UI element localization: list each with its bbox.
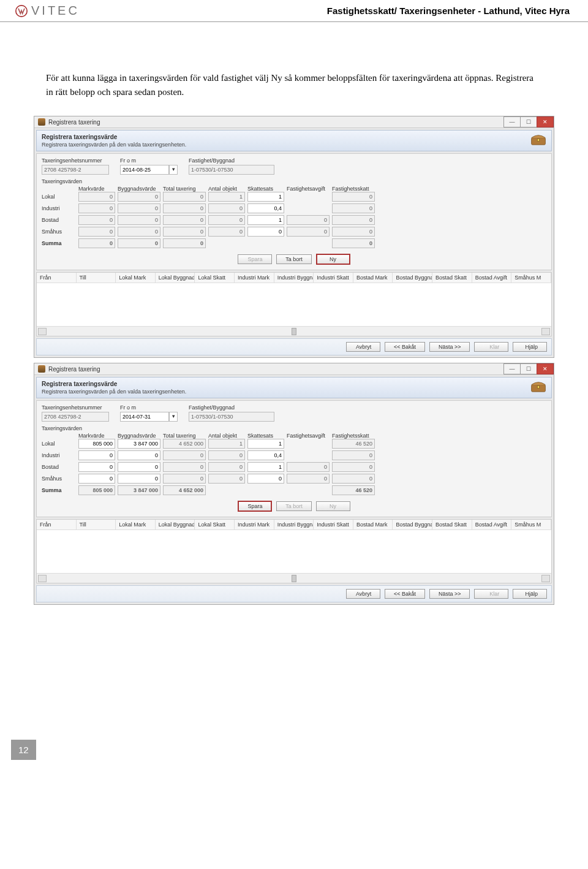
field-fast[interactable] [189, 165, 274, 175]
scrollbar[interactable] [37, 326, 551, 336]
bakåt-button[interactable]: << Bakåt [385, 589, 425, 599]
byggnadsvarde-field[interactable] [118, 462, 160, 472]
skattesats-field[interactable] [247, 450, 284, 460]
table-column-header[interactable]: Till [77, 273, 116, 283]
scroll-left-icon[interactable] [38, 575, 47, 582]
skattesats-field[interactable] [247, 215, 284, 225]
tabort-button[interactable]: Ta bort [276, 254, 312, 264]
byggnadsvarde-field[interactable] [118, 485, 160, 495]
spara-button[interactable]: Spara [238, 501, 272, 512]
value-grid: Lokal Industri Bostad [42, 192, 546, 248]
maximize-button[interactable]: ☐ [520, 116, 537, 127]
table-column-header[interactable]: Lokal Skatt [195, 520, 235, 529]
skattesats-field[interactable] [247, 227, 284, 237]
skattesats-field[interactable] [247, 192, 284, 202]
markvarde-field[interactable] [78, 462, 115, 472]
table-column-header[interactable]: Lokal Mark [116, 520, 156, 529]
markvarde-field[interactable] [78, 439, 115, 449]
row-label: Bostad [42, 464, 76, 470]
table-column-header[interactable]: Bostad Byggnad [393, 520, 432, 529]
nasta-button[interactable]: Nästa >> [429, 589, 470, 599]
table-column-header[interactable]: Bostad Avgift [472, 520, 512, 529]
scroll-thumb[interactable] [292, 575, 296, 582]
table-column-header[interactable]: Till [77, 520, 116, 529]
markvarde-field[interactable] [78, 450, 115, 460]
klar-button[interactable]: Klar [474, 342, 508, 352]
avbryt-button[interactable]: Avbryt [346, 589, 380, 599]
ny-button[interactable]: Ny [316, 254, 350, 265]
markvarde-field[interactable] [78, 485, 115, 495]
table-column-header[interactable]: Lokal Skatt [195, 273, 235, 283]
table-column-header[interactable]: Småhus M [511, 520, 551, 529]
table-column-header[interactable]: Från [37, 273, 77, 283]
close-button[interactable]: ✕ [537, 363, 554, 374]
ny-button[interactable]: Ny [316, 501, 350, 511]
table-column-header[interactable]: Industri Mark [235, 520, 274, 529]
byggnadsvarde-field[interactable] [118, 227, 160, 237]
table-column-header[interactable]: Industri Byggnad [274, 520, 314, 529]
table-column-header[interactable]: Industri Mark [235, 273, 274, 283]
scroll-right-icon[interactable] [541, 328, 550, 335]
scroll-left-icon[interactable] [38, 328, 47, 335]
skattesats-field[interactable] [247, 439, 284, 449]
bakåt-button[interactable]: << Bakåt [385, 342, 425, 352]
table-column-header[interactable]: Industri Skatt [314, 273, 353, 283]
table-column-header[interactable]: Lokal Mark [116, 273, 156, 283]
field-from[interactable] [120, 165, 169, 175]
field-fast[interactable] [189, 412, 274, 422]
skatt-field [332, 238, 375, 248]
byggnadsvarde-field[interactable] [118, 450, 160, 460]
klar-button[interactable]: Klar [474, 589, 508, 599]
byggnadsvarde-field[interactable] [118, 192, 160, 202]
scroll-thumb[interactable] [292, 328, 296, 335]
table-column-header[interactable]: Industri Byggnad [274, 273, 314, 283]
markvarde-field[interactable] [78, 238, 115, 248]
table-column-header[interactable]: Bostad Mark [353, 520, 393, 529]
byggnadsvarde-field[interactable] [118, 238, 160, 248]
byggnadsvarde-field[interactable] [118, 215, 160, 225]
minimize-button[interactable]: — [503, 363, 521, 374]
date-dropdown-icon[interactable]: ▾ [169, 412, 178, 422]
hjalp-button[interactable]: Hjälp [513, 589, 547, 599]
table-column-header[interactable]: Bostad Skatt [432, 520, 472, 529]
nasta-button[interactable]: Nästa >> [429, 342, 470, 352]
table-column-header[interactable]: Lokal Byggnad [156, 273, 195, 283]
byggnadsvarde-field[interactable] [118, 474, 160, 484]
skattesats-field[interactable] [247, 462, 284, 472]
markvarde-field[interactable] [78, 474, 115, 484]
spara-button[interactable]: Spara [238, 254, 272, 264]
intro-paragraph: För att kunna lägga in taxeringsvärden f… [0, 22, 588, 111]
hjalp-button[interactable]: Hjälp [513, 342, 547, 352]
table-column-header[interactable]: Från [37, 520, 77, 529]
byggnadsvarde-field[interactable] [118, 439, 160, 449]
markvarde-field[interactable] [78, 203, 115, 213]
skattesats-field[interactable] [247, 203, 284, 213]
table-column-header[interactable]: Industri Skatt [314, 520, 353, 529]
close-button[interactable]: ✕ [537, 116, 554, 127]
table-column-header[interactable]: Bostad Byggnad [393, 273, 432, 283]
date-dropdown-icon[interactable]: ▾ [169, 165, 178, 175]
byggnadsvarde-field[interactable] [118, 203, 160, 213]
tabort-button[interactable]: Ta bort [276, 501, 312, 511]
table-column-header[interactable]: Bostad Mark [353, 273, 393, 283]
markvarde-field[interactable] [78, 227, 115, 237]
scrollbar[interactable] [37, 573, 551, 583]
skatt-field [332, 215, 375, 225]
logo-text: VITEC [31, 4, 80, 18]
skattesats-field[interactable] [247, 474, 284, 484]
field-taxno[interactable] [42, 165, 109, 175]
panel-subtitle: Registrera taxeringsvärden på den valda … [42, 389, 186, 395]
markvarde-field[interactable] [78, 215, 115, 225]
table-column-header[interactable]: Lokal Byggnad [156, 520, 195, 529]
scroll-right-icon[interactable] [541, 575, 550, 582]
minimize-button[interactable]: — [503, 116, 521, 127]
maximize-button[interactable]: ☐ [520, 363, 537, 374]
panel-header: Registrera taxeringsvärde Registrera tax… [36, 377, 552, 398]
field-from[interactable] [120, 412, 169, 422]
table-column-header[interactable]: Bostad Avgift [472, 273, 512, 283]
avbryt-button[interactable]: Avbryt [346, 342, 380, 352]
markvarde-field[interactable] [78, 192, 115, 202]
table-column-header[interactable]: Bostad Skatt [432, 273, 472, 283]
field-taxno[interactable] [42, 412, 109, 422]
table-column-header[interactable]: Småhus M [511, 273, 551, 283]
